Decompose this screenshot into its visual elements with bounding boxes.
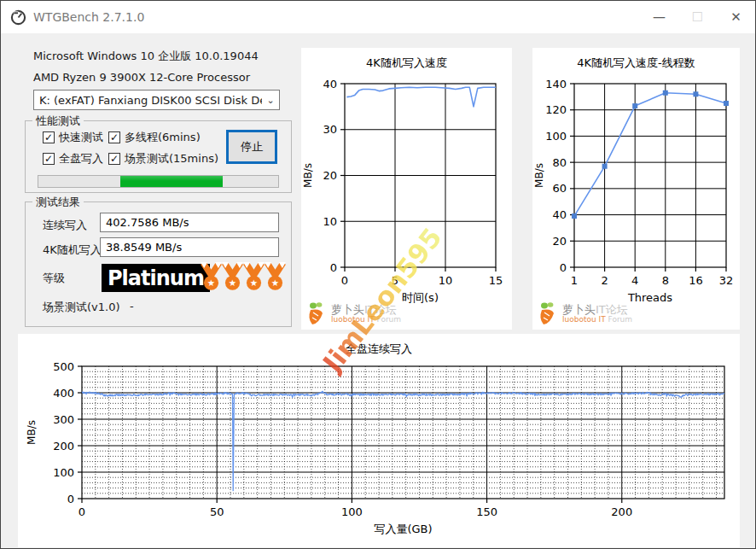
random-write-value: 38.8549 MB/s xyxy=(100,237,279,257)
checkbox-label: 场景测试(15mins) xyxy=(125,151,218,166)
title-bar: WTGBench 2.7.1.0 — ☐ ✕ xyxy=(1,1,755,33)
close-button[interactable]: ✕ xyxy=(717,1,755,33)
svg-text:Threads: Threads xyxy=(627,291,672,304)
svg-text:写入量(GB): 写入量(GB) xyxy=(374,523,432,535)
svg-text:40: 40 xyxy=(323,78,337,91)
svg-text:10: 10 xyxy=(323,215,337,228)
chart-panel-threads: 4K随机写入速度-线程数 02040608010012014012481632T… xyxy=(532,48,740,330)
svg-text:★: ★ xyxy=(250,277,258,288)
threads-chart: 02040608010012014012481632ThreadsMB/s xyxy=(532,48,740,330)
svg-text:40: 40 xyxy=(552,208,567,221)
stop-button[interactable]: 停止 xyxy=(227,131,276,163)
checkbox-full-disk-write[interactable]: ✓ 全盘写入 xyxy=(43,151,103,166)
svg-text:30: 30 xyxy=(323,123,337,136)
drive-select[interactable]: K: (exFAT) Fanxiang DISK00 SCSI Disk Dev… xyxy=(33,90,280,110)
svg-text:0: 0 xyxy=(67,493,74,505)
progress-bar xyxy=(38,175,279,188)
grade-label: 等级 xyxy=(43,271,65,286)
svg-text:400: 400 xyxy=(53,387,74,400)
cpu-info: AMD Ryzen 9 3900X 12-Core Processor xyxy=(33,71,250,84)
checkbox-label: 多线程(6mins) xyxy=(125,130,201,145)
luobotou-logo: 萝卜头IT论坛 luobotou IT Forum xyxy=(537,301,632,327)
svg-text:500: 500 xyxy=(53,360,74,373)
app-window: WTGBench 2.7.1.0 — ☐ ✕ Microsoft Windows… xyxy=(0,0,756,549)
svg-text:100: 100 xyxy=(53,466,74,479)
svg-text:★: ★ xyxy=(229,277,236,288)
svg-text:16: 16 xyxy=(689,274,703,287)
svg-text:200: 200 xyxy=(611,505,632,518)
svg-text:时间(s): 时间(s) xyxy=(402,291,439,304)
performance-test-group-title: 性能测试 xyxy=(32,114,84,129)
checkbox-mark: ✓ xyxy=(108,153,120,165)
svg-text:MB/s: MB/s xyxy=(533,163,545,188)
checkbox-quick-test[interactable]: ✓ 快速测试 xyxy=(43,130,103,145)
svg-text:1: 1 xyxy=(571,274,578,287)
svg-text:140: 140 xyxy=(545,78,567,91)
chevron-down-icon: ⌄ xyxy=(262,95,279,106)
sequential-write-value: 402.7586 MB/s xyxy=(100,213,279,232)
random-write-label: 4K随机写入 xyxy=(43,242,102,258)
medal-icons: ★★★★ xyxy=(201,262,286,292)
checkbox-mark: ✓ xyxy=(43,131,55,143)
sequential-write-label: 连续写入 xyxy=(43,218,87,233)
svg-text:MB/s: MB/s xyxy=(26,420,38,445)
svg-text:8: 8 xyxy=(662,274,669,287)
grade-badge: Platinum xyxy=(102,264,210,292)
checkbox-multithread[interactable]: ✓ 多线程(6mins) xyxy=(108,130,201,145)
os-info: Microsoft Windows 10 企业版 10.0.19044 xyxy=(33,49,259,64)
svg-text:4: 4 xyxy=(631,274,638,287)
test-results-group: 测试结果 连续写入 402.7586 MB/s 4K随机写入 38.8549 M… xyxy=(25,201,292,327)
svg-text:MB/s: MB/s xyxy=(302,163,314,188)
svg-text:2: 2 xyxy=(601,274,608,287)
checkbox-mark: ✓ xyxy=(108,131,120,143)
svg-text:20: 20 xyxy=(323,169,337,182)
svg-text:0: 0 xyxy=(341,274,348,287)
checkbox-scenario-test[interactable]: ✓ 场景测试(15mins) xyxy=(108,151,218,166)
4k-write-chart: 010203040051015时间(s)MB/s xyxy=(301,48,512,330)
minimize-button[interactable]: — xyxy=(640,1,678,33)
progress-bar-chunk xyxy=(120,176,224,187)
luobotou-logo: 萝卜头IT论坛 luobotou IT Forum xyxy=(305,301,401,327)
chart-panel-4k-write: 4K随机写入速度 010203040051015时间(s)MB/s 萝卜头IT论… xyxy=(301,48,512,330)
svg-text:100: 100 xyxy=(545,130,567,143)
carrot-icon xyxy=(305,301,328,327)
gauge-app-icon xyxy=(10,9,26,26)
svg-text:120: 120 xyxy=(545,103,567,116)
medal-icon: ★ xyxy=(222,262,243,292)
svg-text:★: ★ xyxy=(207,277,215,288)
svg-text:10: 10 xyxy=(439,274,453,287)
medal-icon: ★ xyxy=(265,262,286,292)
svg-text:80: 80 xyxy=(552,156,567,169)
window-title: WTGBench 2.7.1.0 xyxy=(33,10,144,24)
scenario-test-value: - xyxy=(130,300,134,312)
svg-text:★: ★ xyxy=(271,277,279,288)
scenario-test-label: 场景测试(v1.0) xyxy=(43,300,120,315)
medal-icon: ★ xyxy=(201,262,222,292)
maximize-button: ☐ xyxy=(678,1,717,33)
checkbox-label: 全盘写入 xyxy=(59,151,103,166)
svg-text:50: 50 xyxy=(210,505,224,518)
carrot-icon xyxy=(537,301,559,327)
medal-icon: ★ xyxy=(243,262,265,292)
checkbox-label: 快速测试 xyxy=(59,130,103,145)
svg-text:0: 0 xyxy=(560,261,567,274)
svg-text:0: 0 xyxy=(79,505,85,518)
svg-text:32: 32 xyxy=(719,274,734,287)
performance-test-group: 性能测试 ✓ 快速测试 ✓ 多线程(6mins) ✓ 全盘写入 ✓ 场景测试(1… xyxy=(25,120,292,193)
svg-text:200: 200 xyxy=(53,440,74,453)
svg-text:100: 100 xyxy=(341,505,363,518)
full-disk-chart: 0100200300400500050100150200写入量(GB)MB/s xyxy=(18,334,740,547)
svg-text:300: 300 xyxy=(53,413,74,426)
drive-select-value: K: (exFAT) Fanxiang DISK00 SCSI Disk Dev… xyxy=(34,94,262,107)
svg-text:60: 60 xyxy=(552,182,567,195)
svg-text:15: 15 xyxy=(489,274,503,287)
chart-panel-full-disk: 全盘连续写入 0100200300400500050100150200写入量(G… xyxy=(18,334,740,547)
test-results-group-title: 测试结果 xyxy=(32,195,84,210)
svg-text:0: 0 xyxy=(330,261,337,274)
svg-text:150: 150 xyxy=(476,505,497,518)
checkbox-mark: ✓ xyxy=(43,153,55,165)
window-controls: — ☐ ✕ xyxy=(640,1,755,33)
svg-text:5: 5 xyxy=(392,274,398,287)
svg-text:20: 20 xyxy=(552,235,567,248)
